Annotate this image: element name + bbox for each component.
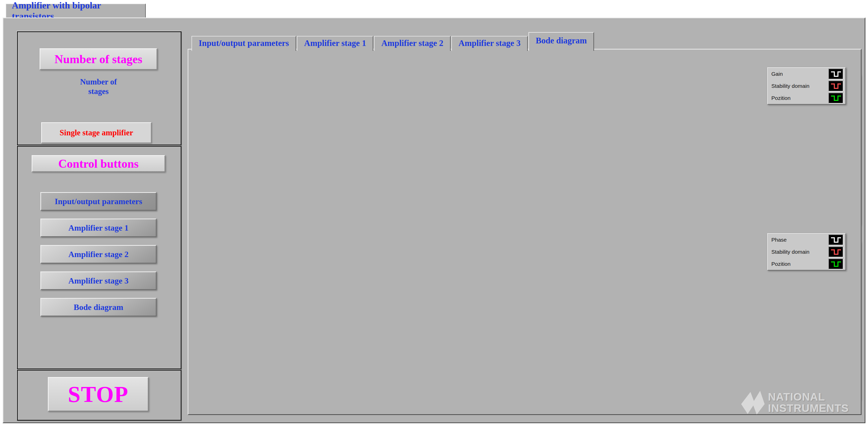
stop-button[interactable]: STOP (48, 377, 149, 412)
gain-plot-legend: GainStability domainPozition (767, 67, 846, 104)
legend-plot-style-icon[interactable] (829, 80, 843, 91)
ni-eagle-icon (740, 389, 768, 417)
legend-plot-style-icon[interactable] (829, 93, 843, 103)
phase-plot-legend: PhaseStability domainPozition (767, 233, 846, 270)
bode-diagram-page (188, 49, 862, 415)
legend-entry-pozition[interactable]: Pozition (768, 258, 845, 270)
control-button-input-output-parameters[interactable]: Input/output parameters (40, 192, 157, 210)
tab-amplifier-stage-3[interactable]: Amplifier stage 3 (451, 36, 528, 51)
tab-amplifier-stage-1[interactable]: Amplifier stage 1 (297, 36, 373, 51)
legend-plot-style-icon[interactable] (829, 69, 843, 79)
number-of-stages-header: Number of stages (39, 48, 157, 70)
number-of-stages-label: Number of stages (17, 77, 180, 96)
legend-label: Stability domain (771, 249, 809, 255)
page-tabstrip: Input/output parametersAmplifier stage 1… (191, 32, 595, 51)
national-instruments-logo: NATIONAL INSTRUMENTS (740, 387, 863, 418)
legend-entry-stability-domain[interactable]: Stability domain (768, 246, 845, 258)
control-button-amplifier-stage-3[interactable]: Amplifier stage 3 (40, 271, 157, 290)
control-button-amplifier-stage-2[interactable]: Amplifier stage 2 (40, 245, 157, 263)
legend-entry-stability-domain[interactable]: Stability domain (768, 80, 845, 92)
tab-amplifier-stage-2[interactable]: Amplifier stage 2 (374, 36, 450, 51)
legend-label: Gain (771, 71, 783, 77)
ni-logo-line2: INSTRUMENTS (768, 403, 849, 414)
legend-entry-phase[interactable]: Phase (768, 234, 845, 246)
control-button-bode-diagram[interactable]: Bode diagram (40, 298, 157, 316)
ni-logo-line1: NATIONAL (768, 391, 849, 403)
legend-label: Phase (771, 237, 787, 243)
legend-entry-pozition[interactable]: Pozition (768, 92, 845, 104)
stages-selector[interactable]: Single stage amplifier (41, 122, 152, 143)
tab-input-output-parameters[interactable]: Input/output parameters (191, 36, 296, 51)
legend-plot-style-icon[interactable] (829, 259, 843, 269)
legend-label: Pozition (771, 261, 790, 267)
legend-label: Stability domain (771, 83, 809, 89)
control-buttons-header: Control buttons (32, 155, 165, 172)
tab-bode-diagram[interactable]: Bode diagram (528, 32, 594, 51)
legend-entry-gain[interactable]: Gain (768, 68, 845, 80)
legend-plot-style-icon[interactable] (829, 234, 843, 245)
window-tab[interactable]: Amplifier with bipolar transistors (6, 4, 146, 18)
control-button-amplifier-stage-1[interactable]: Amplifier stage 1 (40, 219, 157, 237)
legend-label: Pozition (771, 95, 790, 101)
legend-plot-style-icon[interactable] (829, 247, 843, 257)
